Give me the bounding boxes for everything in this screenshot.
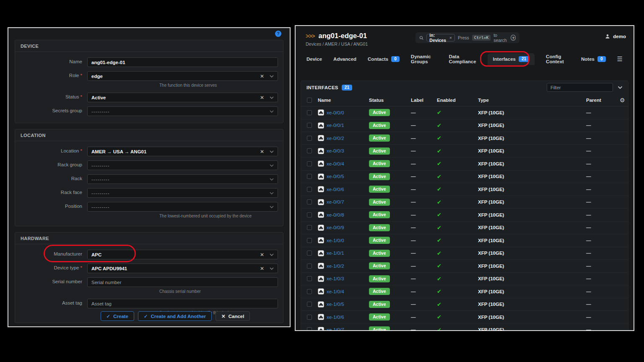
chip-close-icon[interactable]: × [449, 35, 452, 40]
interface-link[interactable]: xe-0/0/3 [327, 148, 344, 153]
tab-contacts[interactable]: Contacts0 [368, 53, 400, 65]
user-menu[interactable]: demo [605, 34, 626, 39]
field-select[interactable]: --------- [87, 188, 278, 198]
search-help-icon[interactable]: ? [511, 35, 516, 41]
field-input[interactable]: ang01-edge-01 [87, 57, 278, 67]
row-checkbox[interactable] [307, 238, 312, 243]
filter-input[interactable]: Filter [547, 83, 613, 92]
row-checkbox[interactable] [307, 187, 312, 192]
column-header-status[interactable]: Status [369, 98, 411, 103]
chevron-down-icon[interactable] [270, 110, 274, 113]
row-checkbox[interactable] [307, 161, 312, 166]
column-header-type[interactable]: Type [478, 98, 586, 103]
chevron-down-icon[interactable] [270, 267, 274, 270]
row-checkbox[interactable] [307, 110, 312, 115]
tab-advanced[interactable]: Advanced [333, 54, 356, 65]
chevron-down-icon[interactable] [270, 164, 274, 167]
tab-device[interactable]: Device [306, 54, 322, 65]
interface-link[interactable]: xe-0/0/6 [327, 187, 344, 192]
chevron-down-icon[interactable] [270, 206, 274, 208]
table-settings-gear-icon[interactable]: ⚙ [620, 97, 628, 103]
cell-parent: — [586, 136, 620, 141]
interface-link[interactable]: xe-1/0/6 [327, 315, 344, 320]
global-search-bar[interactable]: in: Devices × Press Ctrl+K to search ? [415, 32, 519, 43]
interface-link[interactable]: xe-0/0/7 [327, 199, 344, 204]
field-select[interactable]: APC APDU9941✕ [87, 264, 278, 273]
interface-link[interactable]: xe-0/0/8 [327, 212, 344, 217]
interface-link[interactable]: xe-1/0/5 [327, 302, 344, 307]
chevron-down-icon[interactable] [270, 96, 274, 99]
hamburger-menu-icon[interactable]: ☰ [617, 55, 623, 63]
status-badge: Active [369, 313, 390, 321]
field-select[interactable]: --------- [87, 106, 278, 116]
field-input[interactable]: Serial number [87, 277, 278, 287]
interface-link[interactable]: xe-0/0/0 [327, 110, 344, 115]
field-select[interactable]: APC✕ [87, 250, 278, 259]
clear-icon[interactable]: ✕ [260, 74, 264, 79]
interface-link[interactable]: xe-1/0/7 [327, 327, 344, 330]
interface-link[interactable]: xe-1/0/2 [327, 264, 344, 269]
field-select[interactable]: Active✕ [87, 93, 278, 102]
column-header-enabled[interactable]: Enabled [437, 98, 478, 103]
row-checkbox[interactable] [307, 315, 312, 320]
row-checkbox[interactable] [307, 327, 312, 330]
tab-interfaces[interactable]: Interfaces21 [488, 53, 535, 65]
interface-link[interactable]: xe-0/0/5 [327, 174, 344, 179]
field-select[interactable]: AMER → USA → ANG01✕ [87, 147, 278, 156]
field-row-secrets-group: Secrets group--------- [20, 106, 278, 116]
chevron-down-icon[interactable] [270, 253, 274, 256]
tab-config-context[interactable]: Config Context [546, 51, 570, 67]
row-checkbox[interactable] [307, 264, 312, 269]
interface-link[interactable]: xe-1/0/0 [327, 238, 344, 243]
row-checkbox[interactable] [307, 123, 312, 128]
row-checkbox[interactable] [307, 276, 312, 281]
create-and-add-another-button[interactable]: ✓Create and Add Another [138, 311, 212, 321]
row-checkbox[interactable] [307, 302, 312, 307]
row-checkbox[interactable] [307, 148, 312, 153]
row-checkbox[interactable] [307, 225, 312, 230]
chevron-down-icon[interactable] [618, 86, 623, 89]
cell-label: — [411, 327, 437, 330]
field-select[interactable]: --------- [87, 202, 278, 212]
column-header-name[interactable]: Name [318, 98, 369, 103]
interface-link[interactable]: xe-1/0/3 [327, 276, 344, 281]
field-row-position: Position---------The lowest-numbered uni… [20, 202, 278, 219]
row-checkbox[interactable] [307, 289, 312, 294]
cancel-button[interactable]: ✕Cancel [216, 311, 250, 321]
chevron-down-icon[interactable] [270, 75, 274, 78]
clear-icon[interactable]: ✕ [260, 252, 264, 257]
tab-data-compliance[interactable]: Data Compliance [449, 51, 476, 67]
table-body: xe-0/0/0Active—✔XFP (10GE)—xe-0/0/1Activ… [301, 106, 628, 330]
cell-parent: — [586, 123, 620, 128]
column-header-label[interactable]: Label [411, 98, 437, 103]
chevron-down-icon[interactable] [270, 178, 274, 181]
chevron-down-icon[interactable] [270, 150, 274, 153]
interface-link[interactable]: xe-0/0/9 [327, 225, 344, 230]
field-select[interactable]: --------- [87, 174, 278, 184]
interface-link[interactable]: xe-0/0/2 [327, 136, 344, 141]
column-header-parent[interactable]: Parent [586, 98, 620, 103]
tab-dynamic-groups[interactable]: Dynamic Groups [411, 51, 438, 67]
interface-link[interactable]: xe-1/0/1 [327, 251, 344, 256]
interface-link[interactable]: xe-0/0/4 [327, 161, 344, 166]
row-checkbox[interactable] [307, 212, 312, 217]
row-checkbox[interactable] [307, 199, 312, 204]
tab-notes[interactable]: Notes0 [581, 53, 606, 65]
clear-icon[interactable]: ✕ [260, 95, 264, 100]
row-checkbox[interactable] [307, 174, 312, 179]
interface-link[interactable]: xe-1/0/4 [327, 289, 344, 294]
chevron-down-icon[interactable] [270, 192, 274, 194]
table-row: xe-0/0/0Active—✔XFP (10GE)— [301, 106, 628, 119]
select-all-checkbox[interactable] [307, 98, 312, 103]
search-scope-chip[interactable]: in: Devices × [426, 34, 455, 41]
help-icon[interactable]: ? [275, 31, 281, 37]
field-select[interactable]: edge✕ [87, 71, 278, 81]
row-checkbox[interactable] [307, 136, 312, 141]
clear-icon[interactable]: ✕ [260, 266, 264, 271]
create-button[interactable]: ✓Create [101, 311, 134, 321]
clear-icon[interactable]: ✕ [260, 149, 264, 154]
field-input[interactable]: Asset tag [87, 299, 278, 308]
interface-link[interactable]: xe-0/0/1 [327, 123, 344, 128]
row-checkbox[interactable] [307, 251, 312, 256]
field-select[interactable]: --------- [87, 160, 278, 170]
